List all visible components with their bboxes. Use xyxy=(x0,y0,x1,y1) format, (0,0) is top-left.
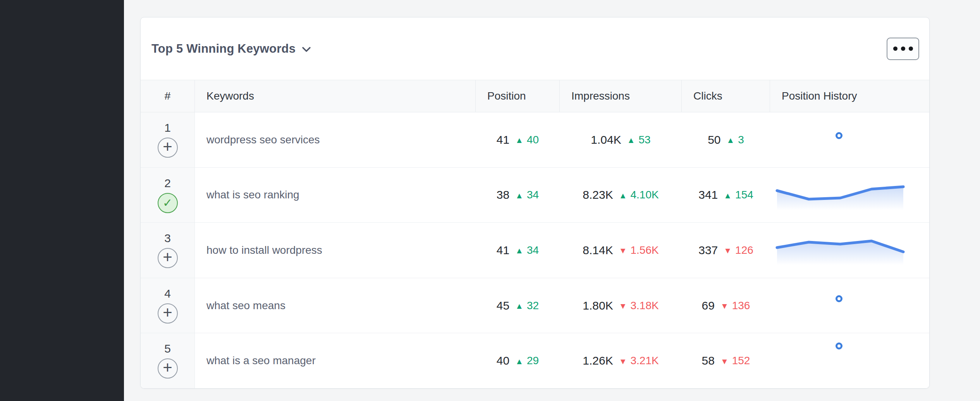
keyword-cell: wordpress seo services xyxy=(195,112,476,167)
position-history-cell xyxy=(770,333,929,388)
row-index-cell: 4 + xyxy=(141,278,195,333)
position-history-cell xyxy=(770,223,929,278)
clicks-cell: 58 ▼ 152 xyxy=(682,333,770,388)
position-delta: ▲ 32 xyxy=(515,299,539,312)
delta-value: 154 xyxy=(735,189,753,201)
position-value: 40 xyxy=(497,354,509,367)
position-cell: 40 ▲ 29 xyxy=(476,333,560,388)
clicks-value: 337 xyxy=(698,244,718,257)
delta-value: 32 xyxy=(527,299,539,312)
column-header-index: # xyxy=(141,80,195,112)
clicks-delta: ▼ 126 xyxy=(724,244,753,256)
check-circle-icon: ✓ xyxy=(163,197,172,209)
row-index-cell: 2 ✓ xyxy=(141,168,195,223)
row-number: 1 xyxy=(164,121,171,135)
impressions-delta: ▼ 3.18K xyxy=(619,299,659,312)
delta-value: 3.21K xyxy=(631,355,659,367)
top-winning-keywords-card: Top 5 Winning Keywords # Keywords Positi… xyxy=(140,17,930,389)
chevron-down-icon xyxy=(302,45,311,53)
clicks-value: 58 xyxy=(702,354,715,367)
add-keyword-button[interactable]: + xyxy=(158,303,178,324)
impressions-value: 1.80K xyxy=(583,299,613,312)
position-value: 41 xyxy=(497,133,509,146)
keyword-cell: what is a seo manager xyxy=(195,333,476,388)
table-row: 4 + what seo means 45 ▲ 32 1.80K ▼ 3.18 xyxy=(141,278,929,334)
impressions-cell: 8.14K ▼ 1.56K xyxy=(560,223,682,278)
impressions-delta: ▼ 3.21K xyxy=(619,355,659,367)
position-history-cell xyxy=(770,278,929,333)
card-header: Top 5 Winning Keywords xyxy=(141,17,929,80)
app-sidebar xyxy=(0,0,124,401)
keyword-text: how to install wordpress xyxy=(206,244,322,256)
impressions-cell: 1.04K ▲ 53 xyxy=(560,112,682,167)
position-value: 45 xyxy=(497,299,509,312)
clicks-cell: 50 ▲ 3 xyxy=(682,112,770,167)
trend-up-icon: ▲ xyxy=(515,301,523,310)
keyword-cell: what seo means xyxy=(195,278,476,333)
add-circle-icon: + xyxy=(163,360,172,376)
column-header-impressions: Impressions xyxy=(560,80,682,112)
table-header: # Keywords Position Impressions Clicks P… xyxy=(141,80,929,112)
more-options-button[interactable] xyxy=(887,38,919,60)
position-cell: 41 ▲ 34 xyxy=(476,223,560,278)
column-header-position: Position xyxy=(476,80,560,112)
row-index-cell: 5 + xyxy=(141,333,195,388)
trend-up-icon: ▲ xyxy=(727,135,735,144)
trend-down-icon: ▼ xyxy=(619,356,627,365)
position-delta: ▲ 34 xyxy=(515,244,539,256)
clicks-cell: 337 ▼ 126 xyxy=(682,223,770,278)
trend-down-icon: ▼ xyxy=(720,301,729,310)
keyword-cell: what is seo ranking xyxy=(195,168,476,223)
trend-up-icon: ▲ xyxy=(515,246,523,255)
delta-value: 126 xyxy=(735,244,753,256)
delta-value: 136 xyxy=(732,299,750,312)
clicks-cell: 341 ▲ 154 xyxy=(682,168,770,223)
position-delta: ▲ 29 xyxy=(515,355,539,367)
add-circle-icon: + xyxy=(163,249,172,265)
trend-up-icon: ▲ xyxy=(515,135,523,144)
position-value: 38 xyxy=(497,188,509,201)
trend-up-icon: ▲ xyxy=(724,191,732,200)
position-history-sparkline xyxy=(777,168,903,223)
add-keyword-button[interactable]: + xyxy=(158,358,178,379)
delta-value: 152 xyxy=(732,355,750,367)
impressions-value: 8.23K xyxy=(583,188,613,201)
impressions-value: 1.04K xyxy=(591,133,621,146)
row-index-cell: 1 + xyxy=(141,112,195,167)
widget-title-dropdown[interactable]: Top 5 Winning Keywords xyxy=(151,42,311,56)
impressions-value: 1.26K xyxy=(583,354,613,367)
trend-up-icon: ▲ xyxy=(627,135,635,144)
add-keyword-button[interactable]: + xyxy=(158,248,178,268)
clicks-delta: ▲ 154 xyxy=(724,189,753,201)
keyword-cell: how to install wordpress xyxy=(195,223,476,278)
clicks-cell: 69 ▼ 136 xyxy=(682,278,770,333)
position-cell: 41 ▲ 40 xyxy=(476,112,560,167)
impressions-cell: 1.80K ▼ 3.18K xyxy=(560,278,682,333)
clicks-value: 69 xyxy=(702,299,715,312)
keyword-added-button[interactable]: ✓ xyxy=(158,193,178,213)
position-delta: ▲ 40 xyxy=(515,134,539,146)
delta-value: 4.10K xyxy=(631,189,659,201)
trend-down-icon: ▼ xyxy=(720,356,729,365)
add-keyword-button[interactable]: + xyxy=(158,138,178,158)
clicks-value: 50 xyxy=(708,133,720,146)
table-body: 1 + wordpress seo services 41 ▲ 40 1.04K… xyxy=(141,112,929,388)
trend-up-icon: ▲ xyxy=(515,191,523,200)
row-number: 5 xyxy=(164,342,171,356)
table-row: 2 ✓ what is seo ranking 38 ▲ 34 8.23K ▲ xyxy=(141,168,929,223)
trend-down-icon: ▼ xyxy=(619,246,627,255)
position-point-icon xyxy=(836,132,842,139)
clicks-value: 341 xyxy=(698,188,718,201)
position-history-cell xyxy=(770,112,929,167)
impressions-delta: ▲ 53 xyxy=(627,134,651,146)
column-header-keywords: Keywords xyxy=(195,80,476,112)
delta-value: 34 xyxy=(527,189,539,201)
keyword-text: what is seo ranking xyxy=(206,189,299,201)
delta-value: 3.18K xyxy=(631,299,659,312)
position-cell: 38 ▲ 34 xyxy=(476,168,560,223)
delta-value: 3 xyxy=(738,134,744,146)
trend-down-icon: ▼ xyxy=(724,246,732,255)
clicks-delta: ▼ 136 xyxy=(720,299,750,312)
row-number: 2 xyxy=(164,176,171,190)
row-index-cell: 3 + xyxy=(141,223,195,278)
